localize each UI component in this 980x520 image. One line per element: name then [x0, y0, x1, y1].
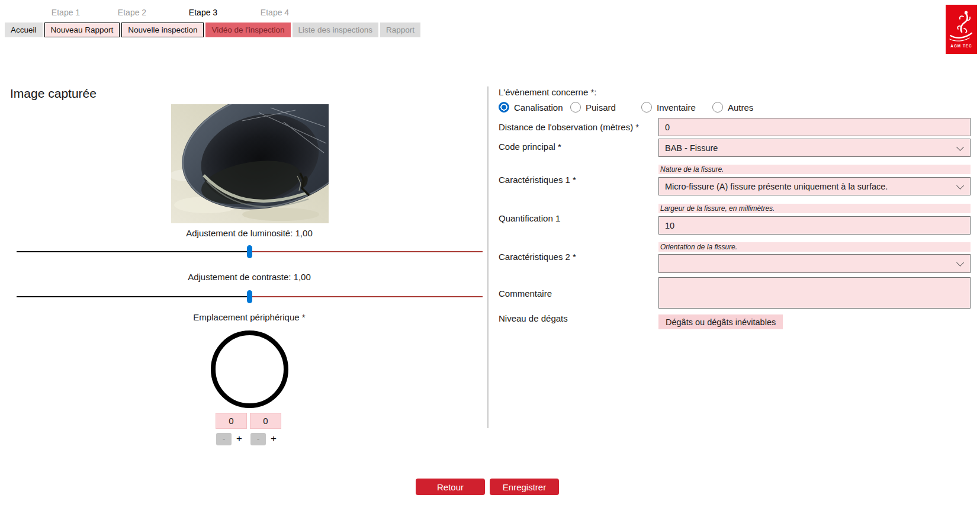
gecko-icon: AGM TEC — [946, 5, 977, 54]
nav-accueil[interactable]: Accueil — [5, 23, 43, 37]
position-y-plus-button[interactable]: + — [268, 432, 279, 446]
peripheral-label: Emplacement périphérique * — [193, 312, 305, 322]
radio-autres[interactable]: Autres — [712, 102, 753, 113]
distance-input[interactable] — [658, 118, 971, 136]
radio-unselected-icon — [641, 102, 652, 113]
event-concern-label: L'évènement concerne *: — [499, 87, 596, 97]
brightness-label: Adjustement de luminosité: 1,00 — [186, 228, 312, 238]
nav-video-inspection[interactable]: Vidéo de l'inspection — [205, 23, 290, 37]
agm-tec-logo: AGM TEC — [946, 5, 977, 54]
char1-select[interactable]: Micro-fissure (A) fissure présente uniqu… — [658, 177, 971, 195]
contrast-slider[interactable] — [17, 290, 483, 303]
brightness-track-left — [17, 251, 247, 252]
char2-select[interactable] — [658, 254, 971, 273]
contrast-label: Adjustement de contraste: 1,00 — [188, 272, 311, 282]
code-principal-label: Code principal * — [499, 142, 561, 152]
code-principal-select[interactable]: BAB - Fissure — [658, 139, 971, 157]
radio-autres-label: Autres — [728, 102, 753, 113]
quant1-helper: Largeur de la fissure, en millimètres. — [658, 204, 971, 213]
radio-inventaire[interactable]: Inventaire — [641, 102, 696, 113]
position-y-minus-button[interactable]: - — [250, 433, 266, 445]
step-label-2: Etape 2 — [118, 8, 146, 17]
char2-label: Caractéristiques 2 * — [499, 252, 576, 262]
radio-unselected-icon — [570, 102, 581, 113]
nav-nouvelle-inspection[interactable]: Nouvelle inspection — [121, 23, 204, 37]
radio-puisard[interactable]: Puisard — [570, 102, 616, 113]
back-button[interactable]: Retour — [416, 479, 485, 495]
main-navbar: Accueil Nouveau Rapport Nouvelle inspect… — [5, 23, 420, 37]
position-x-minus-button[interactable]: - — [216, 433, 232, 445]
char1-helper: Nature de la fissure. — [658, 165, 971, 174]
chevron-down-icon — [956, 259, 964, 267]
comment-label: Commentaire — [499, 288, 552, 298]
quant1-label: Quantification 1 — [499, 213, 560, 223]
radio-selected-icon — [499, 102, 509, 113]
page-title: Image capturée — [10, 86, 97, 101]
brightness-track-right — [252, 251, 483, 252]
contrast-track-left — [17, 296, 247, 297]
char1-value: Micro-fissure (A) fissure présente uniqu… — [665, 182, 888, 191]
step-label-3: Etape 3 — [189, 8, 217, 17]
contrast-slider-thumb[interactable] — [247, 290, 252, 303]
position-x-plus-button[interactable]: + — [233, 432, 245, 446]
captured-image — [171, 104, 329, 223]
distance-label: Distance de l'observation (mètres) * — [499, 122, 639, 132]
svg-text:AGM TEC: AGM TEC — [950, 44, 972, 48]
radio-inventaire-label: Inventaire — [657, 102, 696, 113]
save-button[interactable]: Enregistrer — [490, 479, 559, 495]
damage-level-label: Niveau de dégats — [499, 313, 568, 323]
nav-nouveau-rapport[interactable]: Nouveau Rapport — [44, 23, 120, 37]
damage-level-value[interactable]: Dégâts ou dégâts inévitables — [658, 314, 783, 329]
brightness-slider[interactable] — [17, 245, 483, 258]
peripheral-placement-circle[interactable] — [211, 330, 288, 408]
contrast-track-right — [252, 296, 483, 297]
chevron-down-icon — [956, 143, 964, 151]
radio-unselected-icon — [712, 102, 723, 113]
position-y-input[interactable] — [250, 413, 281, 429]
position-x-input[interactable] — [216, 413, 247, 429]
radio-canalisation[interactable]: Canalisation — [499, 102, 563, 113]
chevron-down-icon — [956, 182, 964, 190]
nav-rapport[interactable]: Rapport — [380, 23, 420, 37]
inspection-video-screen: Etape 1 Etape 2 Etape 3 Etape 4 Accueil … — [0, 0, 980, 520]
comment-textarea[interactable] — [658, 277, 971, 309]
quant1-input[interactable] — [658, 216, 971, 235]
radio-puisard-label: Puisard — [586, 102, 616, 113]
char2-helper: Orientation de la fissure. — [658, 242, 971, 252]
step-label-1: Etape 1 — [52, 8, 80, 17]
code-principal-value: BAB - Fissure — [665, 143, 718, 153]
char1-label: Caractéristiques 1 * — [499, 175, 576, 185]
vertical-divider — [487, 86, 489, 428]
nav-liste-inspections[interactable]: Liste des inspections — [293, 23, 378, 37]
step-label-4: Etape 4 — [261, 8, 289, 17]
brightness-slider-thumb[interactable] — [247, 245, 252, 258]
radio-canalisation-label: Canalisation — [514, 102, 563, 113]
